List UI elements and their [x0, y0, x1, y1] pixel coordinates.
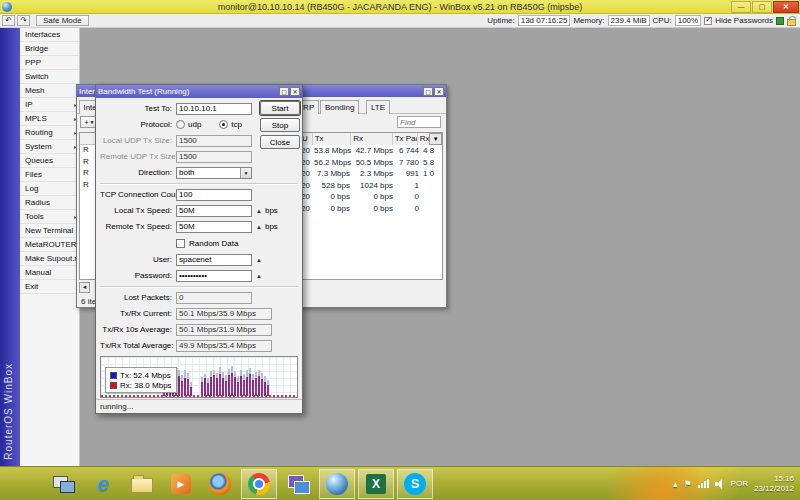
- cell-tx: 0 bps: [312, 203, 352, 215]
- network-signal-icon[interactable]: [698, 479, 709, 488]
- window-title: monitor@10.10.10.14 (RB450G - JACARANDA …: [0, 2, 800, 12]
- tab-bonding[interactable]: Bonding: [320, 100, 359, 114]
- bars-group2: [201, 356, 269, 396]
- graph-bar: [255, 372, 257, 396]
- btest-maximize-icon[interactable]: ▢: [279, 87, 289, 96]
- bandwidth-test-dialog[interactable]: Bandwidth Test (Running) ▢ ✕ Test To: 10…: [95, 84, 303, 414]
- close-dialog-button[interactable]: Close: [260, 135, 300, 149]
- column-header-tx-packet[interactable]: Tx Pac...: [392, 133, 417, 145]
- sidebar-item-switch[interactable]: Switch: [20, 70, 79, 84]
- iface-table-row[interactable]: 2053.8 Mbps42.7 Mbps6 7444 8: [299, 145, 442, 157]
- local-tx-speed-field[interactable]: 50M: [176, 205, 252, 217]
- tcp-radio[interactable]: [219, 120, 228, 129]
- tcp-count-label: TCP Connection Count:: [100, 190, 176, 199]
- sidebar-item-ppp[interactable]: PPP: [20, 56, 79, 70]
- interface-close-icon[interactable]: ✕: [434, 87, 444, 96]
- skype-icon[interactable]: S: [397, 469, 433, 499]
- sidebar-item-new-terminal[interactable]: New Terminal: [20, 224, 79, 238]
- redo-button[interactable]: ↷: [17, 15, 30, 26]
- sidebar-item-mpls[interactable]: MPLS▸: [20, 112, 79, 126]
- column-header-rx-packet[interactable]: Rx P: [417, 133, 430, 145]
- sidebar-item-ip[interactable]: IP▸: [20, 98, 79, 112]
- sidebar-item-files[interactable]: Files: [20, 168, 79, 182]
- column-header-tx[interactable]: Tx: [312, 133, 351, 145]
- sidebar-item-log[interactable]: Log: [20, 182, 79, 196]
- sidebar-item-routing[interactable]: Routing▸: [20, 126, 79, 140]
- cell-rxp: [421, 180, 434, 192]
- interface-maximize-icon[interactable]: ▢: [423, 87, 433, 96]
- stop-button[interactable]: Stop: [260, 118, 300, 132]
- file-explorer-icon[interactable]: [124, 469, 160, 499]
- spinner-up-icon[interactable]: ▲: [256, 273, 262, 279]
- memory-value: 239.4 MiB: [608, 15, 650, 26]
- column-sort-dropdown[interactable]: ▼: [429, 133, 442, 145]
- sidebar-item-manual[interactable]: Manual: [20, 266, 79, 280]
- sidebar-item-queues[interactable]: Queues: [20, 154, 79, 168]
- taskbar: e ▶ X S ▴ ⚑ POR 15:16 23/12/2012: [0, 466, 800, 500]
- start-button[interactable]: Start: [260, 101, 300, 115]
- spinner-up-icon[interactable]: ▲: [256, 257, 262, 263]
- random-data-checkbox[interactable]: [176, 239, 185, 248]
- flag-icon[interactable]: ⚑: [684, 479, 692, 489]
- iface-table-row[interactable]: 20528 bps1024 bps1: [299, 180, 442, 192]
- winbox-taskbar-icon[interactable]: [319, 469, 355, 499]
- column-header-rx[interactable]: Rx: [350, 133, 391, 145]
- sidebar-item-mesh[interactable]: Mesh: [20, 84, 79, 98]
- maximize-button[interactable]: ▢: [752, 1, 772, 13]
- password-field[interactable]: ••••••••••: [176, 270, 252, 282]
- media-player-icon[interactable]: ▶: [163, 469, 199, 499]
- close-button[interactable]: ✕: [773, 1, 799, 13]
- find-input[interactable]: [397, 116, 441, 128]
- direction-select[interactable]: both ▼: [176, 167, 252, 179]
- iface-table-row[interactable]: 2056.2 Mbps50.5 Mbps7 7805 8: [299, 157, 442, 169]
- sidebar-item-label: MetaROUTER: [25, 240, 77, 249]
- screen: monitor@10.10.10.14 (RB450G - JACARANDA …: [0, 0, 800, 500]
- direction-label: Direction:: [100, 168, 176, 177]
- clock[interactable]: 15:16 23/12/2012: [754, 474, 794, 494]
- undo-button[interactable]: ↶: [2, 15, 15, 26]
- spinner-up-icon[interactable]: ▲: [256, 224, 262, 230]
- user-field[interactable]: spacenet: [176, 254, 252, 266]
- rx-legend-label: Rx: 38.0 Mbps: [120, 381, 172, 390]
- speaker-icon[interactable]: [715, 479, 725, 489]
- btest-close-icon[interactable]: ✕: [290, 87, 300, 96]
- firefox-icon[interactable]: [202, 469, 238, 499]
- sidebar-item-system[interactable]: System▸: [20, 140, 79, 154]
- language-indicator[interactable]: POR: [731, 479, 748, 488]
- sidebar-item-metarouter[interactable]: MetaROUTER: [20, 238, 79, 252]
- sidebar-item-label: Radius: [25, 198, 50, 207]
- sidebar-item-bridge[interactable]: Bridge: [20, 42, 79, 56]
- udp-radio[interactable]: [176, 120, 185, 129]
- minimize-button[interactable]: —: [731, 1, 751, 13]
- iface-table-row[interactable]: 200 bps0 bps0: [299, 191, 442, 203]
- tcp-count-field[interactable]: 100: [176, 189, 252, 201]
- tray-expand-icon[interactable]: ▴: [673, 479, 678, 489]
- iface-table-right: U Tx Rx Tx Pac... Rx P ▼ 2053.8 Mbps42.7…: [299, 133, 442, 214]
- btest-titlebar[interactable]: Bandwidth Test (Running) ▢ ✕: [96, 85, 302, 98]
- chrome-icon[interactable]: [241, 469, 277, 499]
- remote-desktop-icon[interactable]: [280, 469, 316, 499]
- sidebar-item-radius[interactable]: Radius: [20, 196, 79, 210]
- spinner-up-icon[interactable]: ▲: [256, 208, 262, 214]
- iface-table-row[interactable]: 200 bps0 bps0: [299, 203, 442, 215]
- sidebar-item-make-supout-rif[interactable]: Make Supout.rif: [20, 252, 79, 266]
- sidebar-item-exit[interactable]: Exit: [20, 280, 79, 294]
- internet-explorer-icon[interactable]: e: [85, 469, 121, 499]
- remote-tx-speed-field[interactable]: 50M: [176, 221, 252, 233]
- bps-label: bps: [265, 206, 278, 215]
- sidebar-item-interfaces[interactable]: Interfaces: [20, 28, 79, 42]
- dropdown-arrow-icon[interactable]: ▼: [240, 168, 251, 178]
- table-header-row: U Tx Rx Tx Pac... Rx P ▼: [299, 133, 442, 145]
- dialog-status: running...: [96, 399, 302, 413]
- sidebar-item-tools[interactable]: Tools▸: [20, 210, 79, 224]
- tab-lte[interactable]: LTE: [366, 100, 390, 114]
- scroll-left-icon[interactable]: ◄: [79, 282, 90, 293]
- separator: [100, 183, 298, 185]
- excel-icon[interactable]: X: [358, 469, 394, 499]
- graph-bar: [234, 371, 236, 396]
- test-to-field[interactable]: 10.10.10.1: [176, 103, 252, 115]
- safe-mode-button[interactable]: Safe Mode: [36, 15, 89, 26]
- iface-table-row[interactable]: 207.3 Mbps2.3 Mbps9911 0: [299, 168, 442, 180]
- network-computers-icon[interactable]: [46, 469, 82, 499]
- hide-passwords-checkbox[interactable]: [704, 17, 712, 25]
